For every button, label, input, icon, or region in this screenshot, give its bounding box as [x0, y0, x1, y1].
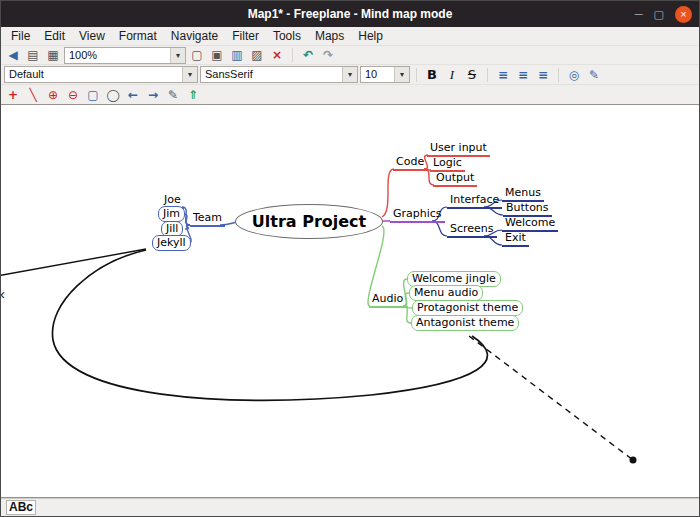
node-team[interactable]: Team	[190, 211, 225, 227]
maximize-icon[interactable]: ▢	[654, 9, 664, 20]
node-welcome[interactable]: Welcome	[502, 216, 558, 232]
title-bar: Map1* - Freeplane - Mind map mode ─ ▢ ×	[1, 1, 699, 27]
open-map-icon[interactable]: ▣	[208, 47, 226, 63]
font-family-select[interactable]: SansSerif ▾	[200, 66, 358, 83]
align-right-icon[interactable]: ≡	[534, 67, 552, 83]
node-exit[interactable]: Exit	[502, 231, 529, 247]
node-interface[interactable]: Interface	[447, 193, 502, 209]
menu-view[interactable]: View	[72, 29, 112, 43]
menu-navigate[interactable]: Navigate	[164, 29, 225, 43]
edit-pencil-icon[interactable]: ✎	[164, 87, 182, 103]
align-center-icon[interactable]: ≡	[514, 67, 532, 83]
chevron-down-icon[interactable]: ▾	[170, 48, 185, 63]
navigate-back-icon[interactable]: ←	[124, 87, 142, 103]
chevron-down-icon[interactable]: ▾	[342, 67, 357, 82]
main-toolbar: ◀ ▤ ▦ 100% ▾ ▢ ▣ ▥ ▨ × ↶ ↷	[1, 45, 699, 64]
menu-edit[interactable]: Edit	[37, 29, 72, 43]
toolbar-separator	[416, 68, 417, 82]
menu-format[interactable]: Format	[112, 29, 164, 43]
node-jim[interactable]: Jim	[158, 206, 185, 222]
node-screens[interactable]: Screens	[447, 222, 497, 238]
node-audio[interactable]: Audio	[369, 292, 406, 308]
close-map-icon[interactable]: ×	[268, 47, 286, 63]
toolbar-separator	[292, 48, 293, 62]
toolbar-separator	[558, 68, 559, 82]
menu-filter[interactable]: Filter	[225, 29, 266, 43]
node-logic[interactable]: Logic	[430, 156, 465, 172]
zoom-select[interactable]: 100% ▾	[64, 47, 186, 64]
menu-file[interactable]: File	[4, 29, 37, 43]
menu-tools[interactable]: Tools	[266, 29, 308, 43]
node-buttons[interactable]: Buttons	[503, 201, 552, 217]
zoom-in-icon[interactable]: ⊕	[44, 87, 62, 103]
menu-help[interactable]: Help	[351, 29, 390, 43]
style-value: Default	[5, 67, 182, 82]
node-menu-audio[interactable]: Menu audio	[409, 285, 483, 301]
node-code[interactable]: Code	[393, 155, 427, 171]
map-edges	[1, 105, 699, 498]
window-title: Map1* - Freeplane - Mind map mode	[248, 7, 453, 21]
menu-maps[interactable]: Maps	[308, 29, 351, 43]
font-family-value: SansSerif	[201, 67, 342, 82]
save-map-icon[interactable]: ▥	[228, 47, 246, 63]
navigate-forward-icon[interactable]: →	[144, 87, 162, 103]
zoom-value: 100%	[65, 48, 170, 63]
bold-button[interactable]: B	[423, 67, 441, 83]
zoom-out-icon[interactable]: ⊖	[64, 87, 82, 103]
paste-node-icon[interactable]: ⇑	[184, 87, 202, 103]
root-node[interactable]: Ultra Project	[235, 204, 383, 239]
app-window: Map1* - Freeplane - Mind map mode ─ ▢ × …	[0, 0, 700, 517]
status-bar: ABc	[1, 498, 699, 516]
node-jekyll[interactable]: Jekyll	[152, 235, 191, 251]
view-settings-icon[interactable]: ◎	[565, 67, 583, 83]
hide-toolbar-icon[interactable]: ◀	[4, 47, 22, 63]
select-tool-icon[interactable]: ▢	[84, 87, 102, 103]
align-left-icon[interactable]: ≡	[494, 67, 512, 83]
node-menus[interactable]: Menus	[502, 186, 544, 202]
strikethrough-button[interactable]: S	[463, 67, 481, 83]
node-antagonist-theme[interactable]: Antagonist theme	[411, 315, 519, 331]
print-icon[interactable]: ▨	[248, 47, 266, 63]
format-toolbar: Default ▾ SansSerif ▾ 10 ▾ B I S ≡ ≡ ≡ ◎…	[1, 64, 699, 84]
redo-icon[interactable]: ↷	[319, 47, 337, 63]
font-size-select[interactable]: 10 ▾	[360, 66, 410, 83]
fold-left-panel-icon[interactable]: ‹	[1, 287, 5, 301]
spellcheck-indicator: ABc	[6, 500, 36, 515]
minimize-icon[interactable]: ─	[635, 9, 643, 20]
italic-button[interactable]: I	[443, 67, 461, 83]
highlight-icon[interactable]: ✎	[585, 67, 603, 83]
connector-icon[interactable]: ╲	[24, 87, 42, 103]
note-panel-icon[interactable]: ▤	[24, 47, 42, 63]
font-size-value: 10	[361, 67, 394, 82]
node-output[interactable]: Output	[433, 171, 477, 187]
style-select[interactable]: Default ▾	[4, 66, 198, 83]
close-icon[interactable]: ×	[675, 6, 692, 23]
chevron-down-icon[interactable]: ▾	[182, 67, 197, 82]
attachments-icon[interactable]: ▦	[44, 47, 62, 63]
node-user-input[interactable]: User input	[427, 141, 490, 157]
new-map-icon[interactable]: ▢	[188, 47, 206, 63]
undo-icon[interactable]: ↶	[299, 47, 317, 63]
chevron-down-icon[interactable]: ▾	[394, 67, 409, 82]
tools-toolbar: + ╲ ⊕ ⊖ ▢ ◯ ← → ✎ ⇑	[1, 84, 699, 104]
new-child-node-icon[interactable]: +	[4, 87, 22, 103]
toolbar-separator	[487, 68, 488, 82]
menu-bar: File Edit View Format Navigate Filter To…	[1, 27, 699, 45]
node-graphics[interactable]: Graphics	[390, 207, 445, 223]
magnifier-icon[interactable]: ◯	[104, 87, 122, 103]
map-canvas[interactable]: Ultra Project Team Joe Jim Jill Jekyll C…	[1, 104, 699, 498]
node-protagonist-theme[interactable]: Protagonist theme	[412, 300, 523, 316]
window-controls: ─ ▢ ×	[635, 1, 692, 27]
